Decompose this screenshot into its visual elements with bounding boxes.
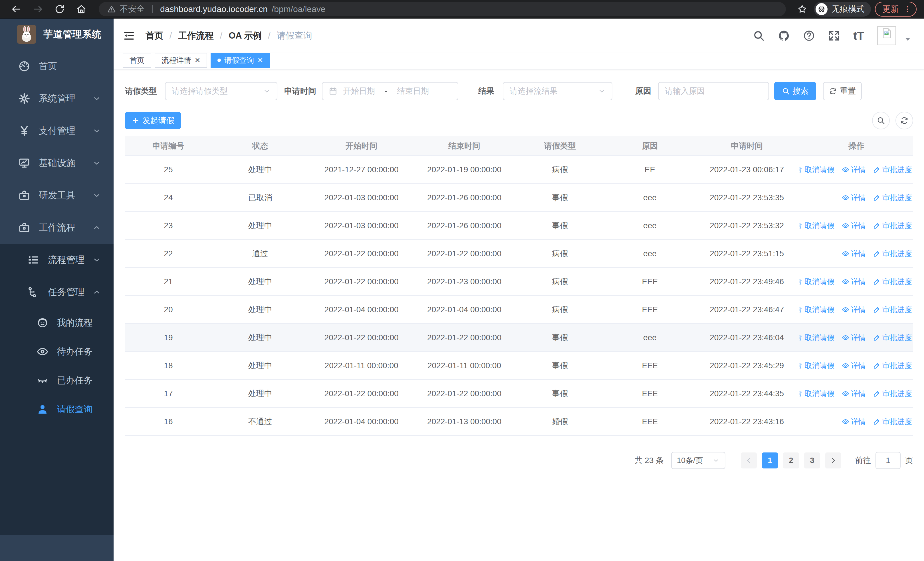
- browser-update-button[interactable]: 更新: [875, 2, 916, 17]
- search-icon[interactable]: [753, 30, 765, 42]
- action-progress-link[interactable]: 审批进度: [873, 193, 912, 203]
- cell-leave-type: 病假: [514, 156, 606, 183]
- cell-leave-type: 病假: [514, 296, 606, 323]
- hide-search-button[interactable]: [872, 112, 890, 129]
- leave-type-select[interactable]: 请选择请假类型: [165, 82, 278, 100]
- close-icon[interactable]: ✕: [257, 57, 263, 64]
- reason-input[interactable]: [658, 82, 769, 100]
- sidebar-item-label: 请假查询: [57, 403, 101, 415]
- action-cancel-link[interactable]: 取消请假: [800, 389, 834, 399]
- create-leave-button[interactable]: 发起请假: [125, 112, 181, 129]
- prev-page-button[interactable]: [741, 453, 757, 468]
- tab-label: 首页: [129, 56, 144, 65]
- action-label: 详情: [851, 333, 866, 343]
- action-detail-link[interactable]: 详情: [842, 165, 866, 175]
- action-detail-link[interactable]: 详情: [842, 305, 866, 315]
- action-progress-link[interactable]: 审批进度: [873, 305, 912, 315]
- avatar[interactable]: [877, 26, 896, 45]
- sidebar-item-monitor[interactable]: 基础设施: [0, 147, 114, 179]
- next-page-button[interactable]: [825, 453, 841, 468]
- reset-button[interactable]: 重置: [823, 82, 862, 100]
- sidebar-item-eye[interactable]: 待办任务: [0, 337, 114, 366]
- tab-bar: 首页 流程详情 ✕ 请假查询 ✕: [114, 53, 924, 69]
- sidebar-item-list[interactable]: 流程管理: [0, 244, 114, 276]
- fullscreen-icon[interactable]: [828, 30, 840, 42]
- apply-time-range-picker[interactable]: 开始日期 - 结束日期: [322, 82, 458, 100]
- cell-id: 23: [125, 212, 212, 240]
- action-detail-link[interactable]: 详情: [842, 277, 866, 287]
- address-bar[interactable]: 不安全 dashboard.yudao.iocoder.cn /bpm/oa/l…: [99, 2, 786, 16]
- action-cancel-link[interactable]: 取消请假: [800, 305, 834, 315]
- action-cancel-link[interactable]: 取消请假: [800, 221, 834, 231]
- action-label: 审批进度: [882, 361, 912, 371]
- page-button-3[interactable]: 3: [804, 453, 820, 468]
- goto-label: 前往: [855, 455, 871, 466]
- refresh-table-button[interactable]: [896, 112, 913, 129]
- back-icon[interactable]: [11, 4, 22, 15]
- eye-view-icon: [842, 250, 849, 257]
- tab-process-detail[interactable]: 流程详情 ✕: [154, 53, 207, 68]
- cell-leave-type: 病假: [514, 268, 606, 296]
- sidebar-item-eye-closed[interactable]: 已办任务: [0, 366, 114, 395]
- action-progress-link[interactable]: 审批进度: [873, 249, 912, 259]
- action-cancel-link[interactable]: 取消请假: [800, 361, 834, 371]
- tab-leave-query[interactable]: 请假查询 ✕: [211, 53, 270, 68]
- action-progress-link[interactable]: 审批进度: [873, 165, 912, 175]
- page-button-1[interactable]: 1: [762, 453, 778, 468]
- sidebar-item-face[interactable]: 我的流程: [0, 308, 114, 337]
- action-cancel-link[interactable]: 取消请假: [800, 277, 834, 287]
- action-progress-link[interactable]: 审批进度: [873, 333, 912, 343]
- action-detail-link[interactable]: 详情: [842, 417, 866, 427]
- action-detail-link[interactable]: 详情: [842, 193, 866, 203]
- close-icon[interactable]: ✕: [195, 57, 200, 64]
- breadcrumb-workflow[interactable]: 工作流程: [178, 30, 214, 42]
- search-button[interactable]: 搜索: [774, 82, 816, 100]
- main-area: 首页 / 工作流程 / OA 示例 / 请假查询 tT: [114, 18, 924, 561]
- sidebar-collapse-icon[interactable]: [123, 30, 135, 41]
- security-label[interactable]: 不安全: [120, 3, 145, 15]
- sidebar-item-user[interactable]: 请假查询: [0, 395, 114, 424]
- avatar-caret-icon[interactable]: [904, 36, 912, 43]
- user-icon: [36, 403, 48, 415]
- breadcrumb-home[interactable]: 首页: [146, 30, 163, 42]
- cell-leave-type: 病假: [514, 240, 606, 268]
- action-detail-link[interactable]: 详情: [842, 249, 866, 259]
- cell-status: 不通过: [212, 408, 309, 436]
- tab-home[interactable]: 首页: [123, 53, 151, 68]
- font-size-icon[interactable]: tT: [853, 30, 864, 41]
- sidebar-item-tree[interactable]: 任务管理: [0, 276, 114, 308]
- sidebar-item-yen[interactable]: 支付管理: [0, 114, 114, 147]
- help-icon[interactable]: [803, 30, 815, 42]
- action-progress-link[interactable]: 审批进度: [873, 277, 912, 287]
- action-progress-link[interactable]: 审批进度: [873, 417, 912, 427]
- bookmark-star-icon[interactable]: [797, 4, 807, 14]
- action-progress-link[interactable]: 审批进度: [873, 221, 912, 231]
- action-progress-link[interactable]: 审批进度: [873, 361, 912, 371]
- sidebar-item-dashboard[interactable]: 首页: [0, 50, 114, 82]
- action-detail-link[interactable]: 详情: [842, 333, 866, 343]
- action-detail-link[interactable]: 详情: [842, 389, 866, 399]
- goto-page-input[interactable]: [876, 452, 901, 469]
- sidebar-item-gear[interactable]: 系统管理: [0, 82, 114, 114]
- action-detail-link[interactable]: 详情: [842, 361, 866, 371]
- action-detail-link[interactable]: 详情: [842, 221, 866, 231]
- sidebar-logo[interactable]: 芋道管理系统: [0, 18, 114, 50]
- forward-icon[interactable]: [33, 4, 44, 15]
- action-progress-link[interactable]: 审批进度: [873, 389, 912, 399]
- sidebar-item-briefcase[interactable]: 工作流程: [0, 211, 114, 244]
- browser-menu-icon[interactable]: [903, 5, 912, 13]
- breadcrumb-current: 请假查询: [277, 30, 312, 42]
- action-cancel-link[interactable]: 取消请假: [800, 333, 834, 343]
- sidebar-item-toolbox[interactable]: 研发工具: [0, 179, 114, 211]
- action-cancel-link[interactable]: 取消请假: [800, 165, 834, 175]
- breadcrumb-oa-example[interactable]: OA 示例: [229, 30, 262, 42]
- table-toolbar: 发起请假: [125, 112, 913, 129]
- home-icon[interactable]: [76, 4, 87, 15]
- cell-reason: EEE: [606, 408, 694, 436]
- page-size-select[interactable]: 10条/页: [671, 452, 725, 469]
- eye-view-icon: [842, 278, 849, 285]
- page-button-2[interactable]: 2: [783, 453, 799, 468]
- result-select[interactable]: 请选择流结果: [503, 82, 612, 100]
- reload-icon[interactable]: [54, 4, 65, 15]
- github-icon[interactable]: [778, 30, 790, 42]
